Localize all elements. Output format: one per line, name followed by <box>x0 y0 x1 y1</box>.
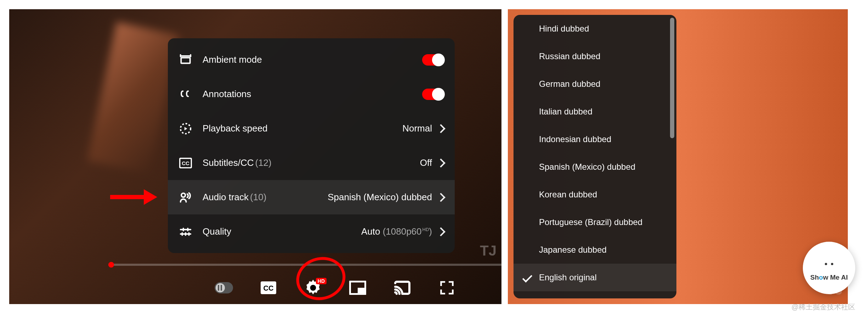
audio-track-option[interactable]: German dubbed <box>514 70 676 98</box>
audio-track-label: German dubbed <box>539 79 600 89</box>
audio-track-icon <box>178 190 193 204</box>
svg-rect-0 <box>181 57 190 63</box>
annotations-toggle[interactable] <box>422 89 444 100</box>
annotations-label: Annotations <box>203 89 251 100</box>
subtitles-row[interactable]: CC Subtitles/CC (12) Off <box>168 146 455 180</box>
annotations-row[interactable]: Annotations <box>168 77 455 111</box>
chevron-right-icon <box>436 158 445 167</box>
audio-track-list[interactable]: Hindi dubbedRussian dubbedGerman dubbedI… <box>514 15 676 298</box>
playback-speed-icon <box>178 122 193 136</box>
chevron-right-icon <box>436 193 445 202</box>
audio-track-label: Korean dubbed <box>539 190 597 200</box>
hd-indicator: HD <box>316 278 327 284</box>
audio-track-option[interactable]: Italian dubbed <box>514 98 676 125</box>
settings-button[interactable]: HD <box>304 280 322 296</box>
audio-count: (10) <box>250 192 266 203</box>
svg-point-7 <box>310 285 316 291</box>
ambient-icon <box>178 53 193 67</box>
subtitles-count: (12) <box>255 157 272 168</box>
cast-button[interactable] <box>393 280 412 296</box>
audio-track-label: Indonesian dubbed <box>539 134 611 144</box>
video-player-right: Hindi dubbedRussian dubbedGerman dubbedI… <box>508 9 848 304</box>
audio-track-label: Russian dubbed <box>539 51 600 61</box>
audio-track-option[interactable]: Hindi dubbed <box>514 15 676 43</box>
audio-track-option[interactable]: English original <box>514 264 676 291</box>
cc-button[interactable]: CC <box>259 280 278 296</box>
quality-value: Auto (1080p60HD) <box>361 226 432 237</box>
logo-text: Show Me AI <box>810 274 848 281</box>
ambient-toggle[interactable] <box>422 54 444 66</box>
svg-text:CC: CC <box>182 160 189 166</box>
audio-label: Audio track <box>203 192 249 203</box>
audio-track-option[interactable]: Indonesian dubbed <box>514 125 676 153</box>
annotations-icon <box>178 87 193 101</box>
svg-point-4 <box>181 193 185 197</box>
audio-track-label: Italian dubbed <box>539 107 592 117</box>
svg-text:CC: CC <box>263 284 274 292</box>
quality-label: Quality <box>203 226 231 237</box>
fullscreen-button[interactable] <box>438 280 456 296</box>
watermark-tj: TJ <box>480 243 497 259</box>
audio-track-label: Portuguese (Brazil) dubbed <box>539 217 642 227</box>
red-arrow-annotation <box>108 186 158 208</box>
subtitles-label: Subtitles/CC <box>203 157 254 168</box>
subtitles-value: Off <box>420 157 432 168</box>
audio-track-label: Japanese dubbed <box>539 245 607 255</box>
autoplay-toggle[interactable] <box>215 280 233 296</box>
audio-track-row[interactable]: Audio track (10) Spanish (Mexico) dubbed <box>168 180 455 214</box>
audio-track-label: Hindi dubbed <box>539 24 589 34</box>
svg-rect-10 <box>820 258 838 270</box>
quality-row[interactable]: Quality Auto (1080p60HD) <box>168 214 455 249</box>
check-icon <box>522 273 532 282</box>
audio-track-option[interactable]: Portuguese (Brazil) dubbed <box>514 208 676 236</box>
progress-scrubber[interactable] <box>108 262 114 268</box>
audio-track-option[interactable]: Russian dubbed <box>514 43 676 70</box>
subtitles-icon: CC <box>178 156 193 170</box>
audio-track-option[interactable]: Korean dubbed <box>514 181 676 208</box>
audio-track-option[interactable]: Japanese dubbed <box>514 236 676 264</box>
playback-speed-row[interactable]: Playback speed Normal <box>168 111 455 146</box>
credit-watermark: @稀土掘金技术社区 <box>792 302 855 312</box>
ambient-label: Ambient mode <box>203 54 262 65</box>
audio-track-menu: Hindi dubbedRussian dubbedGerman dubbedI… <box>514 15 676 298</box>
ambient-mode-row[interactable]: Ambient mode <box>168 43 455 77</box>
svg-point-11 <box>825 263 827 265</box>
progress-bar[interactable] <box>108 264 501 266</box>
audio-value: Spanish (Mexico) dubbed <box>328 192 432 203</box>
svg-rect-9 <box>358 288 365 293</box>
playback-label: Playback speed <box>203 123 268 134</box>
audio-track-option[interactable]: Spanish (Mexico) dubbed <box>514 153 676 181</box>
miniplayer-button[interactable] <box>348 280 367 296</box>
audio-track-label: Spanish (Mexico) dubbed <box>539 162 635 172</box>
showmeai-logo: Show Me AI <box>803 242 855 294</box>
playback-value: Normal <box>402 123 432 134</box>
chevron-right-icon <box>436 124 445 133</box>
audio-track-label: English original <box>539 273 597 282</box>
chevron-right-icon <box>436 227 445 236</box>
video-player-left: Ambient mode Annotations Playback speed … <box>9 9 501 304</box>
quality-icon <box>178 225 193 239</box>
player-controls: CC HD <box>215 280 456 296</box>
svg-point-12 <box>831 263 833 265</box>
settings-menu: Ambient mode Annotations Playback speed … <box>168 38 455 253</box>
scrollbar[interactable] <box>670 18 674 138</box>
